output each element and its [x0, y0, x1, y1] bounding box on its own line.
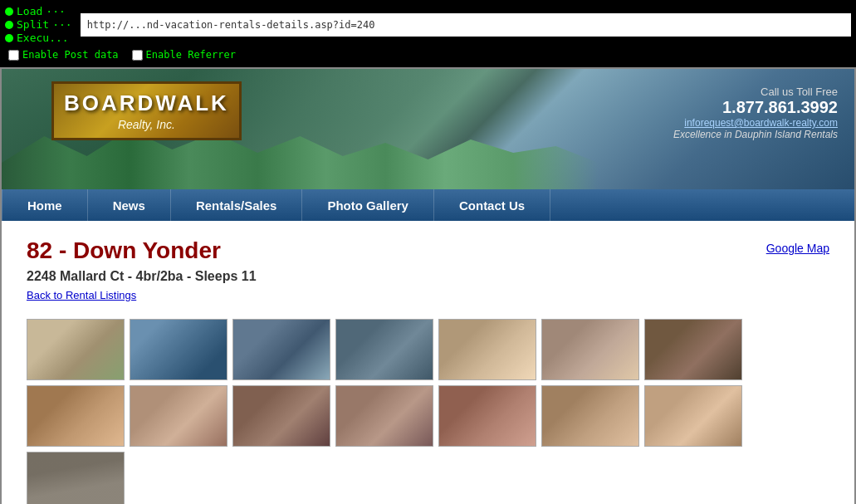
- load-ellipsis: ···: [46, 5, 65, 17]
- post-data-checkbox[interactable]: [8, 50, 19, 61]
- list-item[interactable]: [541, 319, 639, 380]
- split-icon: [5, 21, 13, 29]
- list-item[interactable]: [232, 385, 330, 447]
- url-input[interactable]: [81, 13, 851, 37]
- referrer-label: Enable Referrer: [146, 49, 236, 61]
- content-area: Google Map 82 - Down Yonder 2248 Mallard…: [2, 221, 854, 504]
- property-subtitle: 2248 Mallard Ct - 4br/2ba - Sleeps 11: [27, 269, 829, 284]
- list-item[interactable]: [541, 385, 639, 447]
- site-navigation: Home News Rentals/Sales Photo Gallery Co…: [2, 189, 854, 221]
- thumbnail-10: [233, 386, 330, 446]
- tagline: Excellence in Dauphin Island Rentals: [673, 129, 838, 140]
- property-title: 82 - Down Yonder: [27, 237, 829, 264]
- logo-sub-text: Realty, Inc.: [64, 118, 229, 131]
- header-contact: Call us Toll Free 1.877.861.3992 inforeq…: [673, 86, 838, 140]
- thumbnail-5: [439, 320, 536, 379]
- list-item[interactable]: [27, 452, 125, 504]
- thumbnail-11: [336, 386, 433, 446]
- back-to-listings-link[interactable]: Back to Rental Listings: [27, 289, 136, 301]
- logo-main-text: BOARDWALK: [64, 91, 229, 116]
- thumbnail-6: [542, 320, 638, 379]
- execute-action[interactable]: Execu...: [5, 32, 72, 44]
- list-item[interactable]: [438, 385, 536, 447]
- load-icon: [5, 7, 13, 16]
- load-action[interactable]: Load ···: [5, 5, 72, 17]
- nav-rentals-sales[interactable]: Rentals/Sales: [171, 189, 303, 221]
- email-address[interactable]: inforequest@boardwalk-realty.com: [673, 117, 838, 129]
- nav-photo-gallery[interactable]: Photo Gallery: [302, 189, 434, 221]
- split-label: Split: [17, 18, 49, 31]
- photo-grid: [27, 319, 829, 504]
- thumbnail-9: [130, 386, 227, 446]
- thumbnail-4: [336, 320, 433, 379]
- thumbnail-15: [27, 453, 124, 504]
- post-data-checkbox-label[interactable]: Enable Post data: [8, 49, 119, 61]
- nav-news[interactable]: News: [88, 189, 171, 221]
- load-label: Load: [17, 5, 42, 17]
- thumbnail-8: [27, 386, 124, 446]
- thumbnail-7: [645, 320, 741, 379]
- phone-number: 1.877.861.3992: [673, 98, 838, 117]
- thumbnail-13: [542, 386, 638, 446]
- action-buttons: Load ··· Split ··· Execu...: [5, 5, 72, 44]
- thumbnail-2: [130, 320, 227, 379]
- split-ellipsis: ···: [52, 18, 71, 31]
- list-item[interactable]: [438, 319, 536, 380]
- post-data-label: Enable Post data: [22, 49, 119, 61]
- execute-label: Execu...: [17, 32, 69, 44]
- nav-home[interactable]: Home: [2, 189, 88, 221]
- thumbnail-1: [27, 320, 124, 379]
- list-item[interactable]: [644, 385, 742, 447]
- list-item[interactable]: [130, 319, 227, 380]
- logo-area: BOARDWALK Realty, Inc.: [51, 81, 242, 140]
- site-header: BOARDWALK Realty, Inc. Call us Toll Free…: [2, 69, 854, 189]
- list-item[interactable]: [130, 385, 227, 447]
- logo-box: BOARDWALK Realty, Inc.: [51, 81, 242, 140]
- list-item[interactable]: [335, 319, 433, 380]
- referrer-checkbox-label[interactable]: Enable Referrer: [132, 49, 236, 61]
- site-wrapper: BOARDWALK Realty, Inc. Call us Toll Free…: [0, 67, 856, 504]
- nav-contact-us[interactable]: Contact Us: [434, 189, 550, 221]
- execute-icon: [5, 34, 13, 42]
- thumbnail-3: [233, 320, 330, 379]
- thumbnail-12: [439, 386, 536, 446]
- thumbnail-14: [645, 386, 741, 446]
- list-item[interactable]: [232, 319, 330, 380]
- list-item[interactable]: [27, 385, 125, 447]
- list-item[interactable]: [27, 319, 125, 380]
- list-item[interactable]: [644, 319, 742, 380]
- list-item[interactable]: [335, 385, 433, 447]
- split-action[interactable]: Split ···: [5, 18, 72, 31]
- google-map-link[interactable]: Google Map: [766, 242, 829, 255]
- referrer-checkbox[interactable]: [132, 50, 143, 61]
- toolbar: Load ··· Split ··· Execu... Enable Post …: [0, 0, 856, 67]
- toll-free-label: Call us Toll Free: [673, 86, 838, 98]
